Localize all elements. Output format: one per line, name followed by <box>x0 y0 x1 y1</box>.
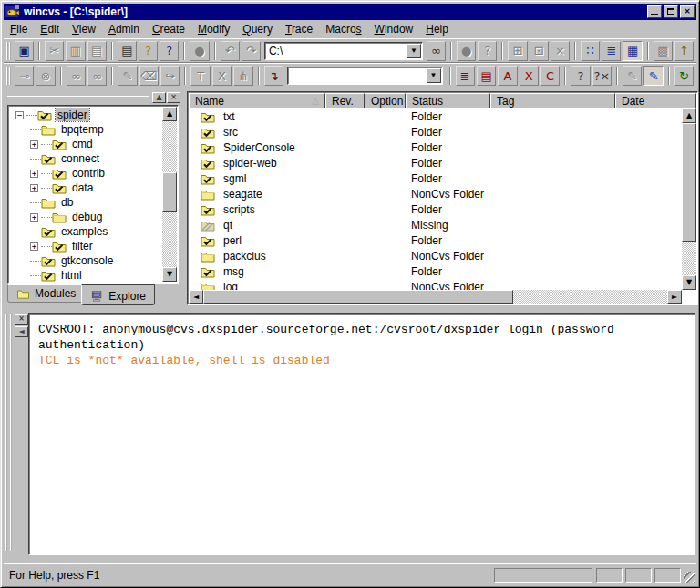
file-row-qt[interactable]: qtMissing <box>189 217 682 232</box>
tree-scroll-thumb[interactable] <box>162 172 177 212</box>
up-folder-icon[interactable]: ↑ <box>674 41 694 61</box>
column-header-option[interactable]: Option <box>365 93 406 108</box>
menu-help[interactable]: Help <box>419 21 455 38</box>
file-row-perl[interactable]: perlFolder <box>189 232 682 248</box>
edit-select-icon[interactable]: ✎ <box>643 66 663 86</box>
list-horizontal-scrollbar[interactable]: ◄ ► <box>189 290 682 304</box>
tab-explore[interactable]: Explore <box>81 284 155 305</box>
file-row-SpiderConsole[interactable]: SpiderConsoleFolder <box>189 139 682 155</box>
file-row-src[interactable]: srcFolder <box>189 124 682 139</box>
tree-item-spider[interactable]: −spider <box>10 108 161 122</box>
menu-create[interactable]: Create <box>146 21 191 38</box>
list-vertical-scrollbar[interactable]: ▲ ▼ <box>682 108 696 290</box>
console-collapse-button[interactable]: ◄ <box>15 326 28 337</box>
list-scroll-left-button[interactable]: ◄ <box>189 290 203 304</box>
binary-file-icon[interactable]: X <box>212 66 232 86</box>
query-diff-icon[interactable]: X <box>520 66 539 86</box>
toolbar-gripper[interactable] <box>6 42 11 60</box>
column-header-status[interactable]: Status <box>406 93 490 108</box>
tree-item-db[interactable]: db <box>10 195 161 210</box>
refresh-icon[interactable]: ↻ <box>674 66 694 86</box>
collapse-minus-icon[interactable]: − <box>15 111 24 119</box>
menu-view[interactable]: View <box>66 21 102 38</box>
browse-location-icon[interactable]: ∞ <box>427 41 446 61</box>
stop-cvs-icon[interactable]: ● <box>457 41 476 61</box>
tree-scroll-down-button[interactable]: ▼ <box>162 267 177 282</box>
file-row-scripts[interactable]: scriptsFolder <box>189 201 682 217</box>
release-icon[interactable]: ↪ <box>160 66 180 86</box>
menu-admin[interactable]: Admin <box>102 21 146 38</box>
combo-dropdown-icon[interactable]: ▼ <box>407 44 421 58</box>
erase-file-icon[interactable]: ⌫ <box>139 66 159 86</box>
browser-panel-header[interactable]: ▲ × <box>5 91 180 103</box>
filter-combo[interactable]: ▼ <box>287 67 443 85</box>
goto-icon[interactable]: ↴ <box>264 66 283 86</box>
expand-plus-icon[interactable]: + <box>30 184 38 192</box>
tree-scroll-up-button[interactable]: ▲ <box>162 107 177 121</box>
list-scroll-up-button[interactable]: ▲ <box>682 108 696 123</box>
menu-macros[interactable]: Macros <box>319 21 367 38</box>
panel-close-button[interactable]: × <box>167 92 180 103</box>
cut-icon[interactable]: ✂ <box>45 41 64 61</box>
column-header-tag[interactable]: Tag <box>490 93 615 108</box>
details-view-icon[interactable]: ▦ <box>623 41 642 61</box>
list-scroll-thumb[interactable] <box>682 123 696 242</box>
close-button[interactable]: × <box>680 5 695 18</box>
file-row-packclus[interactable]: packclusNonCvs Folder <box>189 248 682 263</box>
file-row-spider-web[interactable]: spider-webFolder <box>189 155 682 170</box>
title-bar[interactable]: wincvs - [C:\spider\] × <box>4 4 696 20</box>
expand-plus-icon[interactable]: + <box>30 170 38 178</box>
add-file-icon[interactable]: ⊞ <box>508 41 527 61</box>
column-header-name[interactable]: Name△ <box>189 93 325 108</box>
console-close-button[interactable]: × <box>15 314 28 325</box>
query-log-icon[interactable]: ▤ <box>477 66 496 86</box>
location-combo[interactable]: C:\▼ <box>264 42 423 60</box>
file-row-seagate[interactable]: seagateNonCvs Folder <box>189 186 682 201</box>
menu-window[interactable]: Window <box>368 21 420 38</box>
tree-item-data[interactable]: +data <box>10 181 161 195</box>
column-header-date[interactable]: Date <box>615 93 696 108</box>
text-file-icon[interactable]: T <box>190 66 210 86</box>
expand-plus-icon[interactable]: + <box>30 140 38 149</box>
update-icon[interactable]: ∞ <box>67 66 86 86</box>
minimize-button[interactable] <box>647 5 662 18</box>
toolbar-gripper[interactable] <box>6 67 11 85</box>
stop-command-icon[interactable]: ● <box>190 41 209 61</box>
tree-item-cmd[interactable]: +cmd <box>10 137 161 151</box>
tree-item-filter[interactable]: +filter <box>10 239 161 253</box>
file-row-txt[interactable]: txtFolder <box>189 108 682 124</box>
menu-edit[interactable]: Edit <box>34 21 66 38</box>
query-status-icon[interactable]: ≣ <box>456 66 475 86</box>
print-icon[interactable]: ▤ <box>118 41 137 61</box>
panel-gripper[interactable] <box>7 96 149 98</box>
combo-dropdown-icon[interactable]: ▼ <box>427 68 441 83</box>
tree-vertical-scrollbar[interactable]: ▲ ▼ <box>162 107 177 282</box>
commit-icon[interactable]: ∞ <box>88 66 107 86</box>
expand-plus-icon[interactable]: + <box>30 213 38 222</box>
add-binary-icon[interactable]: ⊡ <box>530 41 549 61</box>
delete-file-icon[interactable]: × <box>551 41 570 61</box>
file-row-msg[interactable]: msgFolder <box>189 263 682 279</box>
logout-icon[interactable]: ⊗ <box>36 66 55 86</box>
list-view-icon[interactable]: ≣ <box>602 41 621 61</box>
context-help-icon[interactable]: ? <box>160 41 179 61</box>
tree-branch-icon[interactable]: ⋔ <box>233 66 252 86</box>
menu-file[interactable]: File <box>4 21 34 38</box>
tab-modules[interactable]: Modules <box>7 284 85 303</box>
paste-icon[interactable]: ▤ <box>88 41 107 61</box>
maximize-button[interactable] <box>664 5 678 18</box>
edit-search-icon[interactable]: ✎ <box>623 66 642 86</box>
column-header-rev[interactable]: Rev. <box>325 93 365 108</box>
login-icon[interactable]: ⊸ <box>15 66 34 86</box>
menu-modify[interactable]: Modify <box>191 21 236 38</box>
tree-item-connect[interactable]: connect <box>10 151 161 166</box>
menu-trace[interactable]: Trace <box>279 21 319 38</box>
query-annotate-icon[interactable]: A <box>498 66 517 86</box>
query-help-icon[interactable]: ? <box>571 66 590 86</box>
file-row-sgml[interactable]: sgmlFolder <box>189 170 682 186</box>
tree-item-contrib[interactable]: +contrib <box>10 166 161 181</box>
query-cancel-icon[interactable]: ?× <box>592 66 612 86</box>
cvs-help-icon[interactable]: ? <box>478 41 497 61</box>
edit-file-icon[interactable]: ✎ <box>118 66 137 86</box>
about-help-icon[interactable]: ? <box>139 41 158 61</box>
